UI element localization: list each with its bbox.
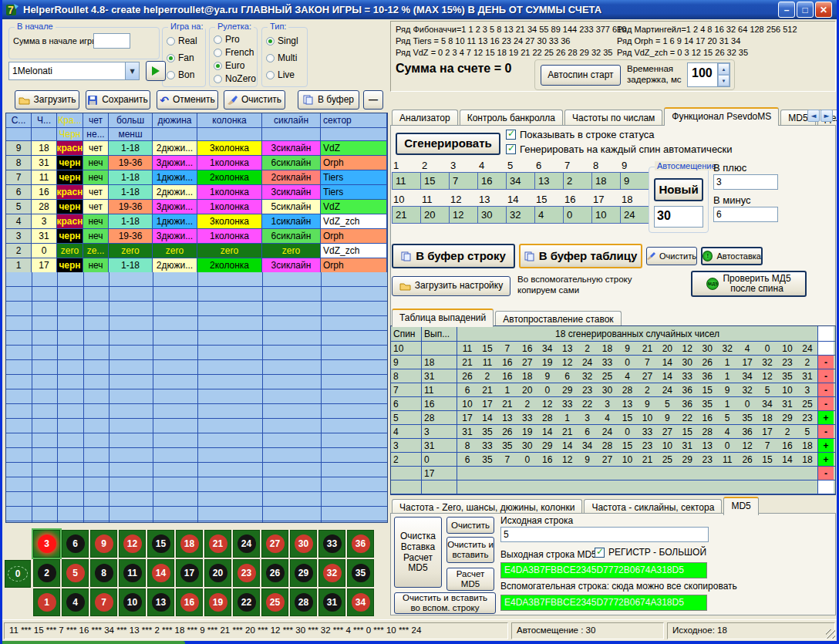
autoshift-value-field[interactable]: 30 — [654, 206, 703, 228]
roulette-cell-17[interactable]: 17 — [176, 559, 203, 587]
delay-spinner[interactable]: 100 ▲ ▼ — [687, 62, 730, 87]
spin-numbers-cell — [457, 480, 818, 494]
roulette-cell-3[interactable]: 3 — [33, 530, 60, 558]
start-sum-input[interactable] — [93, 33, 130, 49]
buffer-row-button[interactable]: В буфер строку — [392, 244, 515, 268]
roulette-cell-31[interactable]: 31 — [318, 588, 345, 616]
roulette-cell-18[interactable]: 18 — [176, 530, 203, 558]
clear-button[interactable]: Очистить — [224, 90, 285, 110]
main-tab-2[interactable]: Контроль банкролла — [460, 110, 563, 126]
auto-generate-checkbox[interactable]: Генерировать на каждый спин автоматическ… — [506, 143, 733, 155]
roulette-cell-35[interactable]: 35 — [347, 559, 374, 587]
md5-case-checkbox[interactable]: РЕГИСТР - БОЛЬШОЙ — [595, 547, 706, 558]
main-tab-1[interactable]: Анализатор — [392, 110, 458, 126]
radio-pro[interactable]: Pro — [214, 34, 256, 45]
radio-multi[interactable]: Multi — [266, 52, 298, 63]
roulette-cell-13[interactable]: 13 — [147, 588, 174, 616]
grid-value-cell: 10 — [591, 206, 621, 224]
roulette-cell-32[interactable]: 32 — [318, 559, 345, 587]
game-on-label: Игра на: — [168, 22, 205, 31]
roulette-cell-20[interactable]: 20 — [204, 559, 231, 587]
minus-icon: — — [369, 95, 378, 105]
md5-calc-button[interactable]: Расчет MD5 — [446, 568, 494, 591]
roulette-cell-11[interactable]: 11 — [119, 559, 146, 587]
roulette-cell-0[interactable]: 0 — [5, 560, 31, 588]
roulette-cell-21[interactable]: 21 — [204, 530, 231, 558]
close-button[interactable]: ✕ — [815, 2, 832, 18]
roulette-cell-36[interactable]: 36 — [347, 530, 374, 558]
roulette-cell-4[interactable]: 4 — [62, 588, 89, 616]
roulette-cell-10[interactable]: 10 — [119, 588, 146, 616]
maximize-button[interactable]: □ — [797, 2, 814, 18]
plus-input[interactable]: 3 — [713, 174, 778, 190]
radio-french[interactable]: French — [214, 47, 256, 58]
generate-button[interactable]: Сгенерировать — [396, 133, 500, 155]
roulette-cell-8[interactable]: 8 — [90, 559, 117, 587]
radio-bon[interactable]: Bon — [167, 69, 197, 80]
md5-clear-paste-button[interactable]: Очистить и вставить — [446, 537, 494, 563]
inner-tab-2[interactable]: Автопроставление ставок — [495, 311, 621, 327]
roulette-cell-33[interactable]: 33 — [318, 530, 345, 558]
load-button[interactable]: Загрузить — [15, 90, 79, 110]
load-settings-button[interactable]: Загрузить настройку — [392, 276, 510, 296]
spinner-up-icon[interactable]: ▲ — [718, 63, 729, 75]
roulette-cell-1[interactable]: 1 — [33, 588, 60, 616]
psevdo-clear-button[interactable]: Очистить — [646, 247, 697, 265]
radio-real[interactable]: Real — [167, 35, 197, 46]
roulette-cell-9[interactable]: 9 — [90, 530, 117, 558]
md5-source-input[interactable]: 5 — [500, 527, 709, 542]
spinner-down-icon[interactable]: ▼ — [718, 75, 729, 86]
md5-aux-field[interactable]: E4DA3B7FBBCE2345D7772B0674A318D5 — [500, 595, 707, 611]
minus-input[interactable]: 6 — [713, 207, 778, 222]
inner-tab-1[interactable]: Таблица выпадений — [392, 309, 494, 327]
roulette-cell-15[interactable]: 15 — [147, 530, 174, 558]
save-button[interactable]: Сохранить — [86, 90, 150, 110]
radio-singl[interactable]: Singl — [266, 35, 298, 46]
radio-fan[interactable]: Fan — [167, 52, 197, 63]
roulette-cell-2[interactable]: 2 — [33, 559, 60, 587]
roulette-cell-26[interactable]: 26 — [261, 559, 288, 587]
preset-combobox[interactable]: 1Melonati ▼ — [8, 62, 140, 80]
md5-clear-paste-aux-button[interactable]: Очистить и вставить во вспом. строку — [394, 592, 496, 614]
minimize-button[interactable]: – — [778, 2, 795, 18]
buffer-button[interactable]: В буфер — [298, 90, 359, 110]
roulette-cell-24[interactable]: 24 — [233, 530, 260, 558]
radio-nozero[interactable]: NoZero — [214, 73, 256, 84]
roulette-cell-22[interactable]: 22 — [233, 588, 260, 616]
roulette-cell-5[interactable]: 5 — [62, 559, 89, 587]
roulette-cell-30[interactable]: 30 — [290, 530, 317, 558]
buffer-table-button[interactable]: В буфер таблицу — [519, 244, 642, 268]
roulette-cell-14[interactable]: 14 — [147, 559, 174, 587]
roulette-cell-29[interactable]: 29 — [290, 559, 317, 587]
autospin-start-button[interactable]: Автоспин старт — [541, 65, 621, 86]
roulette-cell-27[interactable]: 27 — [261, 530, 288, 558]
collapse-button[interactable]: — — [363, 90, 383, 110]
radio-euro[interactable]: Euro — [214, 60, 256, 71]
main-tab-3[interactable]: Частоты по числам — [564, 110, 662, 126]
status-line-checkbox[interactable]: Показывать в строке статуса — [506, 129, 655, 140]
undo-button[interactable]: ↶ Отменить — [157, 90, 218, 110]
roulette-cell-25[interactable]: 25 — [261, 588, 288, 616]
roulette-cell-19[interactable]: 19 — [204, 588, 231, 616]
check-md5-button[interactable]: МД5 Проверить МД5 после спина — [691, 271, 807, 297]
radio-live[interactable]: Live — [266, 69, 298, 80]
roulette-cell-23[interactable]: 23 — [233, 559, 260, 587]
main-tab-4[interactable]: Функционал PsevdoMS — [664, 107, 779, 126]
outcome-cell: 19-36 — [109, 229, 153, 244]
md5-big-button[interactable]: Очистка Вставка Расчет MD5 — [394, 517, 442, 588]
roulette-cell-16[interactable]: 16 — [176, 588, 203, 616]
bottom-tab-3[interactable]: MD5 — [723, 497, 758, 515]
roulette-cell-7[interactable]: 7 — [90, 588, 117, 616]
roulette-cell-34[interactable]: 34 — [347, 588, 374, 616]
new-shift-button[interactable]: Новый — [654, 178, 703, 201]
roulette-cell-6[interactable]: 6 — [62, 530, 89, 558]
tab-scroll-right-icon[interactable]: ► — [820, 110, 833, 122]
tab-scroll-left-icon[interactable]: ◄ — [807, 110, 820, 122]
chevron-down-icon[interactable]: ▼ — [125, 62, 139, 79]
md5-clear-button[interactable]: Очистить — [446, 517, 494, 534]
autobet-button[interactable]: ! Автоставка — [701, 247, 763, 265]
roulette-cell-28[interactable]: 28 — [290, 588, 317, 616]
resize-grip[interactable] — [826, 629, 835, 639]
roulette-cell-12[interactable]: 12 — [119, 530, 146, 558]
play-button[interactable] — [146, 61, 166, 81]
